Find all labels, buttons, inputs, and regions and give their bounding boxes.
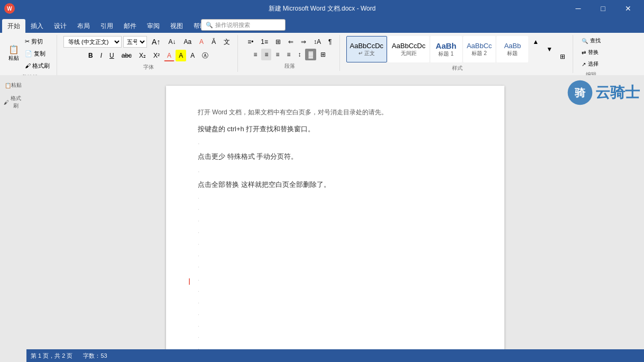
close-button[interactable]: ✕	[616, 0, 640, 17]
paste-side-icon: 📋	[5, 83, 11, 88]
empty-7: ·	[198, 262, 473, 273]
style-normal[interactable]: AaBbCcDc ↵ 正文	[346, 36, 388, 62]
align-right-button[interactable]: ≡	[272, 49, 282, 60]
strikethrough-button[interactable]: abc	[118, 50, 135, 61]
tab-view[interactable]: 视图	[165, 19, 188, 33]
bullets-button[interactable]: ≡•	[244, 36, 256, 48]
highlight-button[interactable]: A	[176, 50, 186, 61]
format-painter-side-button[interactable]: 🖌 格式刷	[3, 94, 24, 110]
italic-button[interactable]: I	[97, 50, 105, 61]
font-group-label: 字体	[143, 64, 154, 71]
empty-6: ·	[198, 251, 473, 261]
minimize-button[interactable]: ─	[566, 0, 590, 17]
clipboard-content: 📋 粘贴 ✂ 剪切 📄 复制 🖌 格式刷	[6, 36, 52, 71]
tab-home[interactable]: 开始	[2, 19, 25, 33]
empty-12: ·	[198, 321, 473, 332]
format-painter-button[interactable]: 🖌 格式刷	[22, 60, 52, 71]
underline-button[interactable]: U	[106, 50, 117, 61]
styles-group-label: 样式	[452, 65, 463, 72]
empty-10: ·	[198, 298, 473, 309]
find-button[interactable]: 🔍 查找	[579, 36, 603, 46]
editing-group: 🔍 查找 ⇄ 替换 ↗ 选择 编辑	[577, 35, 607, 79]
tab-insert[interactable]: 插入	[25, 19, 49, 33]
line-spacing-button[interactable]: ↕	[295, 49, 304, 60]
title-bar-left: W	[4, 3, 15, 14]
tab-references[interactable]: 引用	[95, 19, 118, 33]
select-label: 选择	[588, 60, 599, 68]
doc-line-1: 按键盘的 ctrl+h 打开查找和替换窗口。	[198, 123, 473, 135]
char-shading-button[interactable]: A	[187, 50, 198, 61]
text-effects-button[interactable]: A	[196, 36, 207, 48]
tab-review[interactable]: 审阅	[142, 19, 165, 33]
select-icon: ↗	[582, 61, 586, 67]
numbering-button[interactable]: 1≡	[257, 36, 271, 48]
page-info: 第 1 页，共 2 页	[31, 352, 72, 360]
cursor-position: I	[188, 275, 190, 290]
style-heading1[interactable]: AaBh 标题 1	[430, 36, 462, 62]
empty-11: ·	[198, 310, 473, 320]
search-icon: 🔍	[206, 22, 213, 29]
doc-dot-1: ·	[198, 137, 473, 149]
window-controls: ─ □ ✕	[566, 0, 640, 17]
status-bar: 第 1 页，共 2 页 字数：53	[26, 349, 644, 362]
paste-side-button[interactable]: 📋 粘贴	[3, 77, 24, 93]
style-no-spacing[interactable]: AaBbCcDc 无间距	[388, 36, 429, 62]
replace-button[interactable]: ⇄ 替换	[579, 48, 603, 57]
find-label: 查找	[590, 37, 601, 44]
empty-3: ·	[198, 216, 473, 227]
style-heading2[interactable]: AaBbCc 标题 2	[463, 36, 496, 62]
select-button[interactable]: ↗ 选择	[579, 59, 603, 69]
font-group: 等线 (中文正文) 五号 A↑ A↓ Aa A Ā 文 B I U abc	[61, 35, 238, 72]
show-marks-button[interactable]: ¶	[325, 36, 335, 48]
align-left-button[interactable]: ≡	[250, 49, 260, 60]
ribbon-search-box[interactable]: 🔍 操作说明搜索	[201, 19, 286, 31]
shrink-font-button[interactable]: A↓	[165, 36, 179, 48]
paste-icon: 📋	[8, 46, 19, 54]
document-page[interactable]: 打开 Word 文档，如果文档中有空白页多，对号消走目录处的请先。 按键盘的 c…	[166, 86, 504, 350]
shading-button[interactable]: ▓	[305, 49, 316, 60]
maximize-button[interactable]: □	[591, 0, 615, 17]
empty-9: ·	[198, 286, 473, 297]
tab-layout[interactable]: 布局	[72, 19, 95, 33]
tab-design[interactable]: 设计	[49, 19, 72, 33]
doc-dot-2: ·	[198, 165, 473, 177]
style-gallery: AaBbCcDc ↵ 正文 AaBbCcDc 无间距 AaBh 标题 1 AaB…	[346, 36, 569, 62]
encircle-button[interactable]: Ⓐ	[199, 50, 211, 61]
ribbon: 开始 插入 设计 布局 引用 邮件 审阅 视图 帮助 🔍 操作说明搜索 📋 粘贴	[0, 17, 644, 85]
clear-format-button[interactable]: Ā	[208, 36, 219, 48]
style-title[interactable]: AaBb 标题	[496, 36, 528, 62]
document-area[interactable]: 骑 云骑士 打开 Word 文档，如果文档中有空白页多，对号消走目录处的请先。 …	[26, 75, 644, 362]
watermark: 骑 云骑士	[567, 79, 640, 106]
sort-button[interactable]: ↕A	[310, 36, 324, 48]
copy-button[interactable]: 📄 复制	[22, 48, 52, 59]
word-app-icon: W	[4, 3, 15, 14]
grow-font-button[interactable]: A↑	[149, 36, 163, 48]
phonetic-button[interactable]: 文	[220, 36, 233, 48]
find-icon: 🔍	[582, 38, 588, 44]
cut-button[interactable]: ✂ 剪切	[22, 36, 52, 47]
styles-expand[interactable]: ⊞	[557, 51, 568, 62]
change-case-button[interactable]: Aa	[180, 36, 195, 48]
justify-button[interactable]: ≡	[283, 49, 293, 60]
font-family-select[interactable]: 等线 (中文正文)	[63, 36, 122, 48]
font-row2: B I U abc X₂ X² A A A Ⓐ	[85, 50, 211, 61]
empty-1: ·	[198, 193, 473, 204]
align-center-button[interactable]: ≡	[261, 49, 271, 60]
bold-button[interactable]: B	[85, 50, 96, 61]
superscript-button[interactable]: X²	[150, 50, 163, 61]
replace-icon: ⇄	[582, 50, 586, 56]
font-color-button[interactable]: A	[164, 50, 174, 61]
borders-button[interactable]: ⊞	[317, 49, 329, 60]
styles-scroll-up[interactable]: ▲	[529, 36, 542, 48]
styles-group: AaBbCcDc ↵ 正文 AaBbCcDc 无间距 AaBh 标题 1 AaB…	[344, 35, 574, 73]
decrease-indent-button[interactable]: ⇐	[285, 36, 297, 48]
paste-button[interactable]: 📋 粘贴	[6, 44, 21, 63]
empty-13: ·	[198, 332, 473, 343]
tab-mailings[interactable]: 邮件	[118, 19, 142, 33]
doc-line-top: 打开 Word 文档，如果文档中有空白页多，对号消走目录处的请先。	[198, 107, 473, 119]
styles-scroll-down[interactable]: ▼	[543, 43, 556, 55]
subscript-button[interactable]: X₂	[136, 50, 149, 61]
increase-indent-button[interactable]: ⇒	[298, 36, 309, 48]
font-size-select[interactable]: 五号	[123, 36, 147, 48]
multi-level-list-button[interactable]: ⊞	[272, 36, 284, 48]
